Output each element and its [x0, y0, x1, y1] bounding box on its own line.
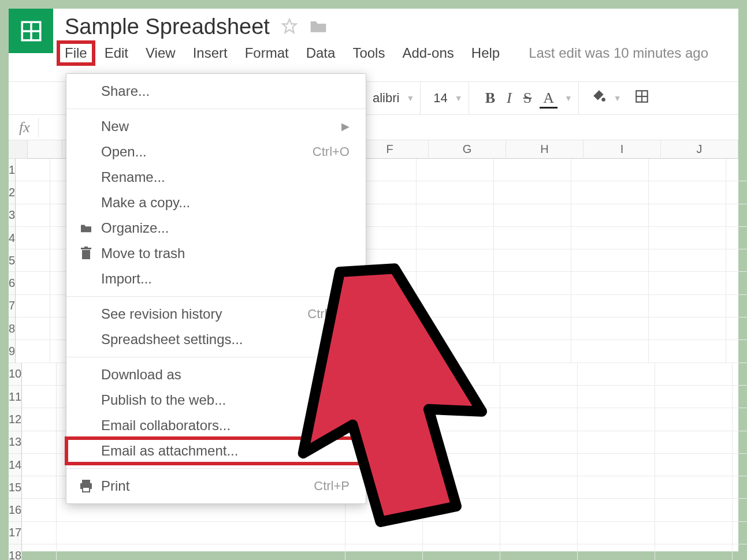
cell[interactable]: [571, 318, 649, 340]
menu-format[interactable]: Format: [245, 45, 289, 61]
cell[interactable]: [22, 363, 57, 386]
cell[interactable]: [578, 454, 655, 476]
row-header[interactable]: 1: [9, 159, 16, 181]
cell[interactable]: [494, 318, 571, 340]
row-header[interactable]: 11: [9, 386, 22, 408]
fill-color-button[interactable]: [592, 89, 607, 107]
cell[interactable]: [345, 522, 423, 544]
cell[interactable]: [578, 544, 655, 560]
cell[interactable]: [571, 249, 649, 272]
cell[interactable]: [417, 249, 494, 272]
cell[interactable]: [500, 363, 578, 386]
menu-share[interactable]: Share...: [66, 79, 366, 104]
cell[interactable]: [655, 476, 733, 499]
cell[interactable]: [726, 318, 747, 340]
select-all-corner[interactable]: [9, 140, 28, 159]
cell[interactable]: [494, 227, 571, 249]
cell[interactable]: [16, 295, 50, 318]
sheets-logo[interactable]: [9, 9, 53, 53]
menu-new[interactable]: New ▶: [66, 114, 366, 139]
menu-email-as-attachment[interactable]: Email as attachment...: [66, 438, 366, 464]
cell[interactable]: [423, 499, 500, 521]
menu-tools[interactable]: Tools: [352, 45, 385, 61]
column-header[interactable]: [28, 140, 62, 159]
cell[interactable]: [649, 340, 726, 363]
cell[interactable]: [22, 499, 57, 521]
document-title[interactable]: Sample Spreadsheet: [65, 14, 270, 39]
cell[interactable]: [16, 181, 50, 204]
cell[interactable]: [345, 544, 423, 560]
cell[interactable]: [57, 522, 345, 544]
menu-publish-web[interactable]: Publish to the web...: [66, 387, 366, 413]
strikethrough-button[interactable]: S: [520, 89, 535, 107]
cell[interactable]: [16, 227, 50, 249]
cell[interactable]: [571, 340, 649, 363]
cell[interactable]: [649, 249, 726, 272]
font-family-selector[interactable]: alibri ▼: [367, 82, 421, 114]
cell[interactable]: [649, 227, 726, 249]
cell[interactable]: [417, 272, 494, 294]
cell[interactable]: [417, 227, 494, 249]
cell[interactable]: [655, 386, 733, 408]
cell[interactable]: [423, 386, 500, 408]
menu-view[interactable]: View: [146, 45, 176, 61]
bold-button[interactable]: B: [482, 89, 499, 107]
menu-email-collaborators[interactable]: Email collaborators...: [66, 413, 366, 438]
cell[interactable]: [494, 272, 571, 294]
cell[interactable]: [655, 363, 733, 386]
row-header[interactable]: 5: [9, 249, 16, 272]
cell[interactable]: [494, 249, 571, 272]
menu-import[interactable]: Import...: [66, 266, 366, 292]
star-icon[interactable]: [281, 14, 298, 39]
row-header[interactable]: 2: [9, 181, 16, 204]
cell[interactable]: [655, 454, 733, 476]
row-header[interactable]: 15: [9, 476, 22, 499]
cell[interactable]: [655, 499, 733, 521]
cell[interactable]: [733, 454, 747, 476]
cell[interactable]: [500, 544, 578, 560]
cell[interactable]: [655, 522, 733, 544]
cell[interactable]: [500, 522, 578, 544]
cell[interactable]: [57, 544, 345, 560]
menu-open[interactable]: Open... Ctrl+O: [66, 139, 366, 165]
menu-make-copy[interactable]: Make a copy...: [66, 190, 366, 215]
cell[interactable]: [417, 204, 494, 227]
cell[interactable]: [494, 181, 571, 204]
menu-file[interactable]: File: [57, 40, 95, 66]
cell[interactable]: [733, 363, 747, 386]
menu-data[interactable]: Data: [306, 45, 336, 61]
cell[interactable]: [22, 476, 57, 499]
cell[interactable]: [423, 431, 500, 454]
cell[interactable]: [649, 295, 726, 318]
italic-button[interactable]: I: [503, 89, 515, 107]
cell[interactable]: [578, 386, 655, 408]
cell[interactable]: [655, 431, 733, 454]
menu-spreadsheet-settings[interactable]: Spreadsheet settings...: [66, 327, 366, 352]
borders-button[interactable]: [634, 89, 649, 107]
menu-organize[interactable]: Organize...: [66, 215, 366, 241]
cell[interactable]: [578, 363, 655, 386]
cell[interactable]: [578, 408, 655, 431]
cell[interactable]: [423, 544, 500, 560]
cell[interactable]: [500, 454, 578, 476]
menu-download-as[interactable]: Download as: [66, 362, 366, 387]
cell[interactable]: [655, 408, 733, 431]
cell[interactable]: [423, 408, 500, 431]
cell[interactable]: [500, 476, 578, 499]
cell[interactable]: [733, 386, 747, 408]
row-header[interactable]: 6: [9, 272, 16, 294]
font-size-selector[interactable]: 14 ▼: [428, 82, 469, 114]
cell[interactable]: [649, 181, 726, 204]
cell[interactable]: [726, 272, 747, 294]
cell[interactable]: [571, 159, 649, 181]
row-header[interactable]: 12: [9, 408, 22, 431]
cell[interactable]: [417, 318, 494, 340]
cell[interactable]: [417, 340, 494, 363]
cell[interactable]: [733, 544, 747, 560]
cell[interactable]: [494, 295, 571, 318]
cell[interactable]: [578, 476, 655, 499]
column-header[interactable]: J: [661, 140, 738, 159]
cell[interactable]: [423, 476, 500, 499]
menu-addons[interactable]: Add-ons: [402, 45, 454, 61]
cell[interactable]: [578, 522, 655, 544]
